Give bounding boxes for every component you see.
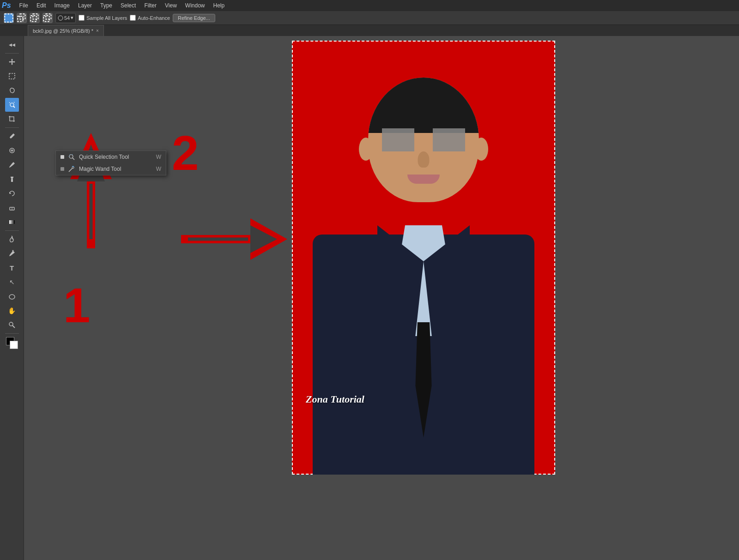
ctx-magic-wand[interactable]: Magic Wand Tool W — [56, 163, 166, 175]
sample-all-layers-text: Sample All Layers — [86, 15, 127, 21]
options-bar: + - 54 ▾ Sample All Layers Auto-Enhance … — [0, 11, 739, 25]
toolbar-collapse-btn[interactable]: ◀◀ — [5, 38, 19, 52]
menu-select[interactable]: Select — [117, 1, 139, 10]
head — [368, 78, 479, 202]
main-area: ◀◀ — [0, 36, 739, 560]
ctx-dot-quick — [61, 155, 64, 159]
tool-lasso[interactable] — [5, 84, 19, 97]
new-selection-btn[interactable] — [4, 13, 14, 23]
canvas-area[interactable]: Quick Selection Tool W Magic Wand Tool W — [24, 36, 739, 560]
tool-pen[interactable] — [5, 247, 19, 260]
subtract-selection-btn[interactable]: - — [30, 13, 40, 23]
tab-bar: bck0.jpg @ 25% (RGB/8) * × — [0, 25, 739, 36]
svg-point-27 — [72, 167, 74, 169]
menu-view[interactable]: View — [161, 1, 181, 10]
sample-all-layers-label[interactable]: Sample All Layers — [79, 15, 127, 21]
tool-history-brush[interactable] — [5, 187, 19, 200]
svg-rect-0 — [5, 14, 13, 22]
svg-point-9 — [58, 16, 63, 20]
menu-filter[interactable]: Filter — [140, 1, 160, 10]
arrow-right-head — [250, 218, 287, 260]
magic-wand-icon — [68, 165, 75, 173]
annotation-number-2: 2 — [172, 126, 199, 180]
nose — [418, 151, 430, 168]
tool-path-select[interactable]: ↖ — [5, 275, 19, 289]
tool-crop[interactable] — [5, 112, 19, 126]
arrow-right-inner-head — [250, 225, 277, 253]
left-eye-pixelated — [382, 128, 414, 151]
svg-point-20 — [12, 250, 13, 252]
ctx-magic-wand-shortcut: W — [156, 166, 161, 172]
menu-layer[interactable]: Layer — [74, 1, 96, 10]
svg-point-24 — [69, 155, 73, 158]
watermark: Zona Tutorial — [306, 393, 364, 405]
auto-enhance-checkbox[interactable] — [130, 15, 136, 21]
brush-size-value: 54 — [64, 15, 70, 21]
svg-line-12 — [13, 106, 15, 108]
svg-point-22 — [9, 322, 13, 326]
svg-line-26 — [69, 168, 73, 172]
type-icon: T — [10, 264, 14, 272]
tool-burn[interactable] — [5, 232, 19, 246]
toolbar-divider-2 — [5, 127, 19, 128]
tool-type[interactable]: T — [5, 261, 19, 275]
document-tab-label: bck0.jpg @ 25% (RGB/8) * — [33, 28, 93, 34]
menu-image[interactable]: Image — [51, 1, 73, 10]
tool-brush[interactable] — [5, 158, 19, 172]
svg-point-21 — [9, 295, 15, 299]
hand-icon: ✋ — [8, 307, 16, 314]
left-ear — [359, 138, 373, 161]
mouth — [407, 175, 440, 184]
intersect-selection-btn[interactable] — [42, 13, 53, 23]
svg-text:+: + — [23, 14, 25, 18]
add-selection-btn[interactable]: + — [17, 13, 27, 23]
refine-edge-button[interactable]: Refine Edge... — [173, 14, 215, 22]
ctx-quick-selection-label: Quick Selection Tool — [79, 154, 129, 160]
tool-hand[interactable]: ✋ — [5, 304, 19, 318]
sample-all-layers-checkbox[interactable] — [79, 15, 85, 21]
foreground-bg-colors[interactable] — [6, 337, 18, 349]
path-select-icon: ↖ — [9, 278, 15, 286]
menu-file[interactable]: File — [16, 1, 32, 10]
menu-edit[interactable]: Edit — [33, 1, 50, 10]
tool-eraser[interactable] — [5, 201, 19, 215]
menu-window[interactable]: Window — [182, 1, 209, 10]
tool-shape[interactable] — [5, 289, 19, 303]
menu-bar: Ps File Edit Image Layer Type Select Fil… — [0, 0, 739, 11]
auto-enhance-text: Auto-Enhance — [138, 15, 170, 21]
svg-text:-: - — [36, 14, 37, 18]
toolbar: ◀◀ — [0, 36, 24, 560]
tool-eyedropper[interactable] — [5, 129, 19, 143]
svg-line-25 — [73, 158, 74, 160]
menu-type[interactable]: Type — [97, 1, 116, 10]
tool-quick-select[interactable] — [5, 98, 19, 112]
toolbar-divider-3 — [5, 230, 19, 231]
ctx-quick-selection[interactable]: Quick Selection Tool W — [56, 151, 166, 163]
brush-size-box[interactable]: 54 ▾ — [55, 13, 76, 23]
menu-help[interactable]: Help — [210, 1, 229, 10]
ctx-dot-wand — [61, 167, 64, 171]
auto-enhance-label[interactable]: Auto-Enhance — [130, 15, 170, 21]
quick-selection-icon — [68, 153, 75, 161]
right-ear — [474, 138, 488, 161]
svg-point-11 — [10, 103, 14, 107]
tool-rect-marquee[interactable] — [5, 69, 19, 83]
svg-rect-16 — [11, 179, 13, 182]
brush-size-dropdown-icon[interactable]: ▾ — [71, 15, 73, 21]
tool-zoom[interactable] — [5, 318, 19, 332]
close-tab-button[interactable]: × — [96, 28, 99, 33]
hair — [368, 78, 479, 133]
tool-move[interactable] — [5, 55, 19, 69]
tool-stamp[interactable] — [5, 172, 19, 186]
photo-container: Zona Tutorial — [292, 41, 555, 475]
ctx-quick-selection-shortcut: W — [156, 154, 161, 160]
tool-heal[interactable] — [5, 144, 19, 157]
toolbar-divider-4 — [5, 333, 19, 334]
document-tab[interactable]: bck0.jpg @ 25% (RGB/8) * × — [28, 25, 104, 36]
right-eye-pixelated — [433, 128, 465, 151]
tool-gradient[interactable] — [5, 215, 19, 229]
svg-rect-19 — [9, 220, 15, 224]
svg-rect-7 — [43, 16, 49, 22]
annotation-number-1: 1 — [63, 278, 90, 332]
toolbar-divider-1 — [5, 53, 19, 54]
